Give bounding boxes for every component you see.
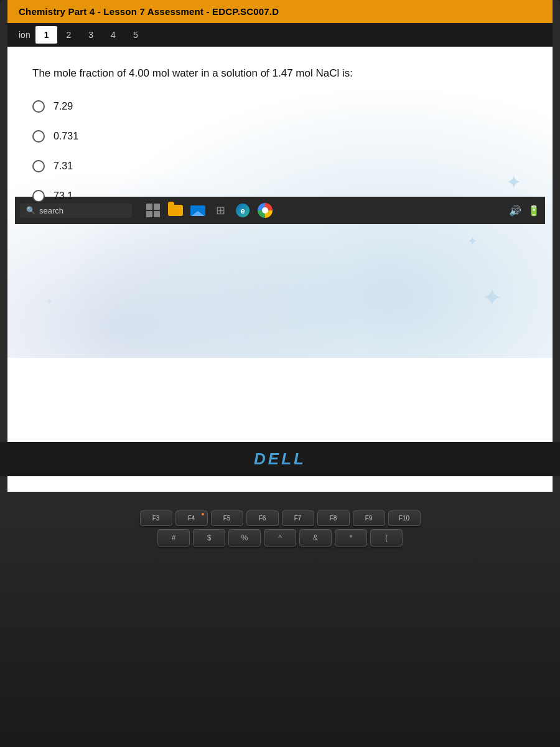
key-f6-label: F6 xyxy=(259,515,266,522)
app-title: Chemistry Part 4 - Lesson 7 Assessment -… xyxy=(19,6,279,17)
fn-key-row: F3 F4 F5 F6 F7 F8 F9 F10 xyxy=(12,510,548,526)
key-f4-label: F4 xyxy=(188,515,195,522)
dell-logo: DELL xyxy=(254,449,306,469)
tab-3[interactable]: 3 xyxy=(80,26,102,44)
chrome-shape xyxy=(258,203,273,218)
task-view-icon[interactable] xyxy=(144,202,162,219)
tab-4[interactable]: 4 xyxy=(102,26,124,44)
app-header: Chemistry Part 4 - Lesson 7 Assessment -… xyxy=(7,0,553,23)
folder-shape xyxy=(168,205,183,216)
key-caret[interactable]: ^ xyxy=(264,529,296,547)
key-f9[interactable]: F9 xyxy=(353,510,385,526)
edge-icon[interactable]: e xyxy=(234,202,251,219)
laptop-screen: Chemistry Part 4 - Lesson 7 Assessment -… xyxy=(0,0,560,492)
radio-1[interactable] xyxy=(32,100,45,113)
key-f3-label: F3 xyxy=(152,515,160,522)
key-f8-label: F8 xyxy=(330,515,337,522)
apps-symbol: ⊞ xyxy=(216,204,225,217)
key-f10[interactable]: F10 xyxy=(388,510,421,526)
keyboard-area: F3 F4 F5 F6 F7 F8 F9 F10 xyxy=(12,510,548,635)
key-f5[interactable]: F5 xyxy=(211,510,243,526)
key-percent[interactable]: % xyxy=(228,529,261,547)
key-f10-label: F10 xyxy=(399,515,409,522)
mail-shape xyxy=(190,205,205,216)
option-1-label: 7.29 xyxy=(54,101,73,112)
radio-3[interactable] xyxy=(32,160,45,172)
mail-icon[interactable] xyxy=(189,202,207,219)
edge-shape: e xyxy=(236,204,250,217)
key-f4[interactable]: F4 xyxy=(175,510,208,526)
volume-icon[interactable]: 🔊 xyxy=(509,205,521,217)
chrome-icon[interactable] xyxy=(256,202,274,219)
key-lparen[interactable]: ( xyxy=(370,529,403,547)
search-icon: 🔍 xyxy=(26,206,35,215)
key-asterisk[interactable]: * xyxy=(335,529,367,547)
tab-5[interactable]: 5 xyxy=(124,26,147,44)
option-1[interactable]: 7.29 xyxy=(32,100,528,113)
key-f5-label: F5 xyxy=(223,515,231,522)
option-3[interactable]: 7.31 xyxy=(32,160,528,172)
tab-label: ion xyxy=(14,30,35,40)
key-f6[interactable]: F6 xyxy=(246,510,279,526)
folder-icon[interactable] xyxy=(167,202,184,219)
taskbar-right: 🔊 🔋 xyxy=(509,205,540,217)
key-hash[interactable]: # xyxy=(157,529,190,547)
taskbar-icons: ⊞ e xyxy=(144,202,274,219)
radio-2[interactable] xyxy=(32,130,45,143)
screen-content: Chemistry Part 4 - Lesson 7 Assessment -… xyxy=(7,0,553,492)
grid-icon xyxy=(146,204,160,217)
taskbar-search[interactable]: 🔍 search xyxy=(20,204,132,218)
sym-key-row: # $ % ^ & * ( xyxy=(12,529,548,547)
search-text: search xyxy=(39,206,63,215)
battery-icon[interactable]: 🔋 xyxy=(528,205,540,217)
tab-1[interactable]: 1 xyxy=(35,26,58,44)
option-3-label: 7.31 xyxy=(54,161,73,172)
apps-icon[interactable]: ⊞ xyxy=(212,202,229,219)
dell-area: DELL xyxy=(0,442,560,476)
question-text: The mole fraction of 4.00 mol water in a… xyxy=(32,65,528,82)
key-f9-label: F9 xyxy=(365,515,373,522)
key-f3[interactable]: F3 xyxy=(140,510,172,526)
tab-2[interactable]: 2 xyxy=(57,26,80,44)
answer-options: 7.29 0.731 7.31 73.1 xyxy=(32,100,528,202)
option-4-label: 73.1 xyxy=(54,190,73,202)
key-dollar[interactable]: $ xyxy=(193,529,225,547)
option-2-label: 0.731 xyxy=(54,131,78,142)
radio-4[interactable] xyxy=(32,190,45,202)
key-ampersand[interactable]: & xyxy=(299,529,332,547)
option-4[interactable]: 73.1 xyxy=(32,190,528,202)
key-f7-label: F7 xyxy=(294,515,302,522)
tab-bar: ion 1 2 3 4 5 xyxy=(7,23,553,47)
key-f7[interactable]: F7 xyxy=(282,510,314,526)
laptop-body: F3 F4 F5 F6 F7 F8 F9 F10 xyxy=(0,492,560,747)
option-2[interactable]: 0.731 xyxy=(32,130,528,143)
key-f8[interactable]: F8 xyxy=(317,510,350,526)
